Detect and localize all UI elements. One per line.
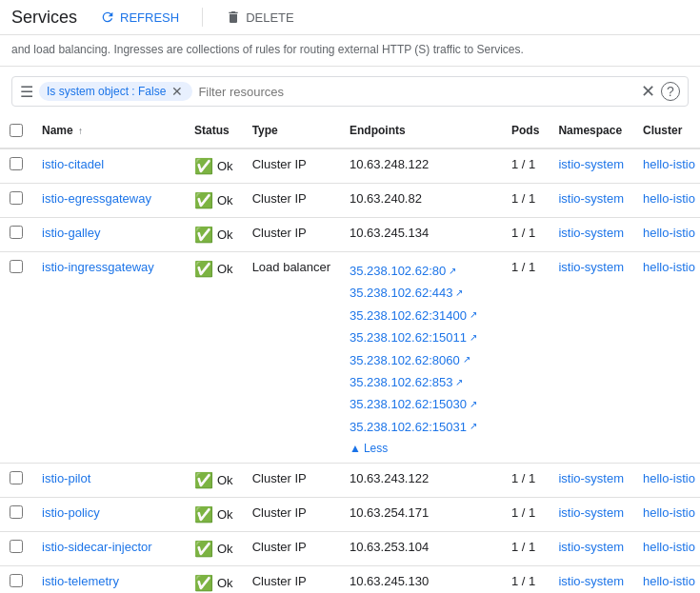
cell-type: Cluster IP [243,498,340,532]
row-checkbox[interactable] [10,505,23,519]
page-description: and load balancing. Ingresses are collec… [0,35,700,67]
refresh-button[interactable]: REFRESH [92,6,187,29]
delete-label: DELETE [246,10,294,25]
status-ok-icon: ✅ [194,191,213,209]
cell-endpoints: 35.238.102.62:80 ↗35.238.102.62:443 ↗35.… [340,252,502,464]
external-link-icon: ↗ [463,351,470,368]
cell-pods: 1 / 1 [502,498,549,532]
cell-name[interactable]: istio-policy [32,498,185,532]
select-all-header[interactable] [0,116,32,148]
cell-namespace[interactable]: istio-system [549,218,633,252]
cell-pods: 1 / 1 [502,252,549,464]
select-all-checkbox[interactable] [10,124,23,137]
cell-status: ✅Ok [185,148,243,184]
col-header-cluster[interactable]: Cluster [633,116,700,148]
status-text: Ok [217,542,233,556]
filter-menu-icon[interactable]: ☰ [20,83,33,101]
cell-name[interactable]: istio-telemetry [32,566,185,593]
cell-name[interactable]: istio-pilot [32,464,185,498]
filter-input[interactable] [198,85,635,99]
cell-type: Cluster IP [243,184,340,218]
row-checkbox[interactable] [10,574,23,587]
cell-name[interactable]: istio-galley [32,218,185,252]
cell-cluster[interactable]: hello-istio [633,218,700,252]
cell-namespace[interactable]: istio-system [549,498,633,532]
cell-cluster[interactable]: hello-istio [633,184,700,218]
endpoint-link[interactable]: 35.238.102.62:8060 ↗ [350,349,492,371]
page-title: Services [11,8,77,28]
row-checkbox[interactable] [10,191,23,205]
table-row: istio-citadel✅OkCluster IP10.63.248.1221… [0,148,700,184]
cell-cluster[interactable]: hello-istio [633,252,700,464]
cell-cluster[interactable]: hello-istio [633,566,700,593]
filter-chip-close-icon[interactable]: ✕ [170,84,185,99]
filter-help-icon[interactable]: ? [661,82,680,101]
table-row: istio-ingressgateway✅OkLoad balancer35.2… [0,252,700,464]
filter-chip[interactable]: Is system object : False ✕ [39,82,192,101]
row-checkbox[interactable] [10,260,23,273]
cell-status: ✅Ok [185,184,243,218]
cell-pods: 1 / 1 [502,566,549,593]
external-link-icon: ↗ [470,329,477,346]
cell-name[interactable]: istio-egressgateway [32,184,185,218]
delete-icon [226,10,241,25]
sort-arrow-icon: ↑ [78,126,83,136]
cell-namespace[interactable]: istio-system [549,566,633,593]
cell-endpoints: 10.63.243.122 [340,464,502,498]
row-checkbox[interactable] [10,540,23,553]
external-link-icon: ↗ [455,374,463,391]
cell-namespace[interactable]: istio-system [549,252,633,464]
cell-cluster[interactable]: hello-istio [633,498,700,532]
cell-endpoints: 10.63.245.134 [340,218,502,252]
col-header-namespace[interactable]: Namespace [549,116,633,148]
endpoint-link[interactable]: 35.238.102.62:31400 ↗ [350,305,492,326]
col-header-status[interactable]: Status [185,116,243,148]
filter-clear-icon[interactable]: ✕ [641,81,655,102]
cell-status: ✅Ok [185,532,243,566]
cell-endpoints: 10.63.248.122 [340,148,502,184]
status-text: Ok [217,507,233,522]
cell-pods: 1 / 1 [502,532,549,566]
less-button[interactable]: ▲ Less [350,442,388,455]
services-table-wrapper: Name ↑ Status Type Endpoints Pods Namesp… [0,116,700,593]
cell-name[interactable]: istio-sidecar-injector [32,532,185,566]
services-table: Name ↑ Status Type Endpoints Pods Namesp… [0,116,700,593]
external-link-icon: ↗ [470,396,477,413]
endpoint-link[interactable]: 35.238.102.62:15031 ↗ [350,416,492,438]
status-ok-icon: ✅ [194,157,213,175]
cell-cluster[interactable]: hello-istio [633,464,700,498]
endpoint-link[interactable]: 35.238.102.62:853 ↗ [350,371,492,393]
row-checkbox[interactable] [10,226,23,239]
filter-chip-label: Is system object : False [47,85,166,98]
cell-name[interactable]: istio-ingressgateway [32,252,185,464]
filter-bar: ☰ Is system object : False ✕ ✕ ? [11,76,689,107]
endpoint-link[interactable]: 35.238.102.62:443 ↗ [350,282,492,304]
cell-name[interactable]: istio-citadel [32,148,185,184]
endpoint-link[interactable]: 35.238.102.62:15030 ↗ [350,393,492,415]
cell-cluster[interactable]: hello-istio [633,148,700,184]
table-row: istio-egressgateway✅OkCluster IP10.63.24… [0,184,700,218]
cell-namespace[interactable]: istio-system [549,184,633,218]
cell-type: Cluster IP [243,464,340,498]
cell-namespace[interactable]: istio-system [549,532,633,566]
table-row: istio-galley✅OkCluster IP10.63.245.1341 … [0,218,700,252]
status-text: Ok [217,576,233,590]
col-header-type[interactable]: Type [243,116,340,148]
status-text: Ok [217,159,233,173]
cell-pods: 1 / 1 [502,464,549,498]
row-checkbox[interactable] [10,157,23,170]
cell-status: ✅Ok [185,498,243,532]
cell-namespace[interactable]: istio-system [549,464,633,498]
header-divider [202,8,203,27]
row-checkbox[interactable] [10,471,23,484]
delete-button[interactable]: DELETE [218,6,302,29]
endpoint-link[interactable]: 35.238.102.62:80 ↗ [350,260,492,282]
cell-namespace[interactable]: istio-system [549,148,633,184]
col-header-pods[interactable]: Pods [502,116,549,148]
cell-cluster[interactable]: hello-istio [633,532,700,566]
endpoint-link[interactable]: 35.238.102.62:15011 ↗ [350,326,492,348]
col-header-name[interactable]: Name ↑ [32,116,185,148]
less-label: Less [364,442,388,455]
refresh-icon [100,10,115,25]
col-header-endpoints[interactable]: Endpoints [340,116,502,148]
